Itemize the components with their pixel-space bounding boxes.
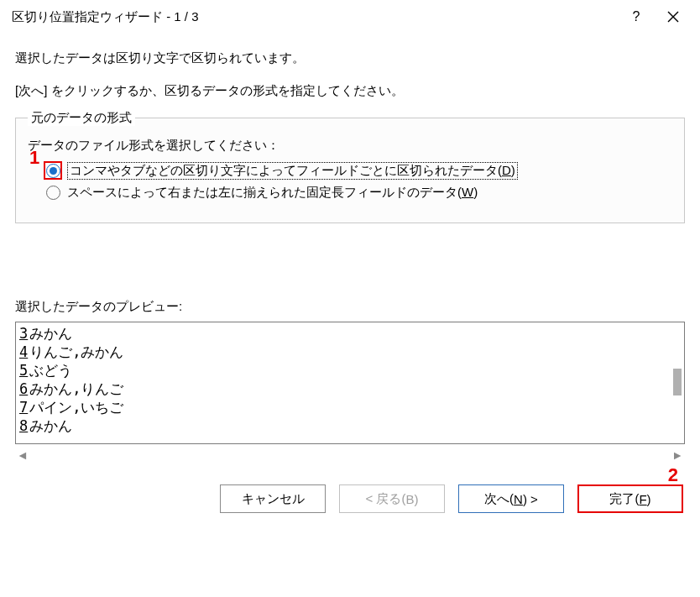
fieldset-prompt: データのファイル形式を選択してください：	[28, 138, 672, 154]
horizontal-scrollbar[interactable]: ◄ ►	[15, 448, 685, 463]
scroll-left-icon: ◄	[17, 448, 29, 462]
annotation-1: 1	[29, 147, 39, 169]
preview-row: 5ぶどう	[19, 361, 681, 380]
preview-row: 6みかん,りんご	[19, 380, 681, 398]
help-button[interactable]: ?	[618, 5, 655, 29]
preview-row: 7パイン,いちご	[19, 398, 681, 416]
cancel-button[interactable]: キャンセル	[220, 484, 326, 513]
fieldset-legend: 元のデータの形式	[28, 110, 135, 126]
info-line-2: [次へ] をクリックするか、区切るデータの形式を指定してください。	[15, 83, 685, 99]
button-row: キャンセル < 戻る(B) 次へ(N) > 2 完了(F)	[15, 484, 685, 513]
close-button[interactable]	[655, 5, 692, 29]
annotation-2: 2	[668, 464, 678, 486]
preview-label: 選択したデータのプレビュー:	[15, 299, 685, 315]
preview-content: 3みかん 4りんご,みかん 5ぶどう 6みかん,りんご 7パイン,いちご 8みか…	[16, 322, 684, 437]
radio-fixed-width[interactable]: スペースによって右または左に揃えられた固定長フィールドのデータ(W)	[46, 185, 672, 201]
radio-fixed-label: スペースによって右または左に揃えられた固定長フィールドのデータ(W)	[67, 185, 478, 201]
preview-row: 4りんご,みかん	[19, 343, 681, 361]
preview-box: 3みかん 4りんご,みかん 5ぶどう 6みかん,りんご 7パイン,いちご 8みか…	[15, 322, 685, 444]
radio-fixed-indicator	[46, 186, 60, 200]
scrollbar-thumb[interactable]	[673, 369, 682, 395]
back-button: < 戻る(B)	[339, 484, 445, 513]
titlebar: 区切り位置指定ウィザード - 1 / 3 ?	[0, 0, 700, 34]
finish-button[interactable]: 完了(F)	[577, 484, 683, 513]
close-icon	[667, 11, 679, 23]
radio-delimited[interactable]: 1 コンマやタブなどの区切り文字によってフィールドごとに区切られたデータ(D)	[46, 162, 672, 180]
info-line-1: 選択したデータは区切り文字で区切られています。	[15, 50, 685, 66]
preview-row: 3みかん	[19, 324, 681, 343]
data-format-fieldset: 元のデータの形式 データのファイル形式を選択してください： 1 コンマやタブなど…	[15, 118, 685, 223]
next-button[interactable]: 次へ(N) >	[458, 484, 564, 513]
scroll-right-icon: ►	[671, 448, 683, 462]
vertical-scrollbar[interactable]	[671, 322, 684, 442]
annotation-1-box	[44, 161, 62, 180]
preview-row: 8みかん	[19, 416, 681, 435]
radio-delimited-label: コンマやタブなどの区切り文字によってフィールドごとに区切られたデータ(D)	[67, 162, 518, 180]
window-title: 区切り位置指定ウィザード - 1 / 3	[12, 9, 618, 25]
